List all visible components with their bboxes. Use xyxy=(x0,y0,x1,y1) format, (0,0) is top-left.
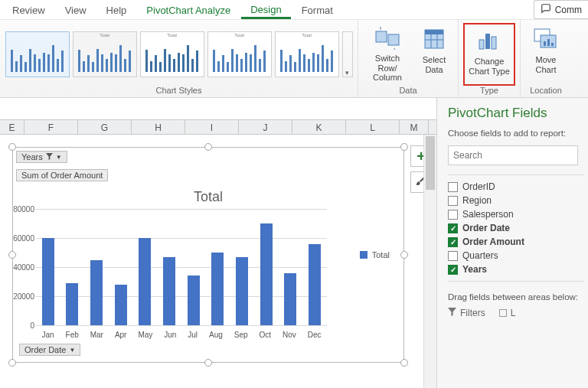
values-field-label[interactable]: Sum of Order Amount xyxy=(16,169,108,181)
bar[interactable] xyxy=(236,257,248,325)
plot-area[interactable]: 020000400006000080000 xyxy=(36,209,327,325)
field-label: Order Date xyxy=(462,223,510,233)
column-headers[interactable]: EFGHIJKLM xyxy=(0,119,436,135)
field-list[interactable]: OrderIDRegionSalesperson✓Order Date✓Orde… xyxy=(448,174,584,282)
area-filters-header[interactable]: Filters xyxy=(448,308,485,318)
field-quarters[interactable]: Quarters xyxy=(448,249,584,262)
drag-instructions: Drag fields between areas below: xyxy=(448,292,588,302)
column-header-G[interactable]: G xyxy=(78,120,132,134)
x-tick-label: Nov xyxy=(283,331,296,339)
checkbox-icon[interactable]: ✓ xyxy=(448,265,458,275)
y-tick-label: 80000 xyxy=(13,205,34,214)
resize-handle[interactable] xyxy=(400,359,408,367)
column-header-E[interactable]: E xyxy=(0,120,24,134)
svg-rect-8 xyxy=(485,34,490,49)
gallery-more-button[interactable]: ▾ xyxy=(342,31,353,77)
taskpane-title: PivotChart Fields xyxy=(448,106,588,121)
x-tick-label: Oct xyxy=(259,331,271,339)
column-header-L[interactable]: L xyxy=(346,120,400,134)
scrollbar-thumb[interactable] xyxy=(426,136,435,190)
chart-style-5[interactable]: Total xyxy=(275,31,339,77)
bar[interactable] xyxy=(66,283,78,325)
chevron-down-icon: ▼ xyxy=(56,154,62,161)
chart-styles-gallery[interactable]: Total Total Total Total ▾ xyxy=(5,23,353,86)
chart-style-3[interactable]: Total xyxy=(140,31,204,77)
chart-title[interactable]: Total xyxy=(13,189,403,205)
field-orderid[interactable]: OrderID xyxy=(448,180,584,194)
checkbox-icon[interactable] xyxy=(448,196,458,206)
bar[interactable] xyxy=(90,260,103,326)
checkbox-icon[interactable] xyxy=(448,251,458,261)
resize-handle[interactable] xyxy=(400,143,408,151)
chart-style-1[interactable] xyxy=(5,31,70,77)
checkbox-icon[interactable] xyxy=(448,182,458,192)
field-order-date[interactable]: ✓Order Date xyxy=(448,221,584,235)
vertical-scrollbar[interactable] xyxy=(423,135,436,388)
chart-style-2[interactable]: Total xyxy=(73,31,137,77)
checkbox-icon[interactable]: ✓ xyxy=(448,223,458,233)
x-tick-label: Sep xyxy=(234,331,248,339)
comments-button[interactable]: Comm xyxy=(534,0,588,19)
svg-rect-14 xyxy=(551,43,554,46)
column-header-J[interactable]: J xyxy=(239,120,292,134)
axis-field-order-date[interactable]: Order Date ▼ xyxy=(19,344,80,356)
bar[interactable] xyxy=(139,238,151,325)
bar[interactable] xyxy=(42,238,54,325)
tab-help[interactable]: Help xyxy=(97,2,136,19)
svg-rect-12 xyxy=(544,41,546,46)
column-header-K[interactable]: K xyxy=(292,120,346,134)
tab-format[interactable]: Format xyxy=(292,2,342,19)
resize-handle[interactable] xyxy=(204,359,212,367)
checkbox-icon[interactable] xyxy=(448,210,458,220)
field-region[interactable]: Region xyxy=(448,194,584,207)
bar[interactable] xyxy=(188,276,200,325)
column-header-M[interactable]: M xyxy=(400,120,429,134)
checkbox-icon[interactable]: ✓ xyxy=(448,237,458,247)
area-legend-header[interactable]: L xyxy=(499,308,516,318)
funnel-icon xyxy=(448,308,456,318)
svg-rect-7 xyxy=(479,40,484,49)
change-chart-type-button[interactable]: Change Chart Type xyxy=(463,23,515,86)
bar[interactable] xyxy=(115,285,127,325)
group-label-type: Type xyxy=(480,86,498,96)
tab-view[interactable]: View xyxy=(56,2,96,19)
field-salesperson[interactable]: Salesperson xyxy=(448,207,584,221)
chart-style-4[interactable]: Total xyxy=(207,31,272,77)
field-order-amount[interactable]: ✓Order Amount xyxy=(448,235,584,249)
resize-handle[interactable] xyxy=(400,251,408,259)
bar[interactable] xyxy=(309,244,321,325)
field-search-input[interactable] xyxy=(448,145,578,165)
column-header-F[interactable]: F xyxy=(24,120,78,134)
select-data-button[interactable]: Select Data xyxy=(415,23,453,86)
tab-pivotchart-analyze[interactable]: PivotChart Analyze xyxy=(137,2,240,19)
move-chart-button[interactable]: Move Chart xyxy=(525,23,567,86)
field-label: Region xyxy=(462,195,492,206)
x-tick-label: Apr xyxy=(115,331,127,339)
resize-handle[interactable] xyxy=(8,359,16,367)
legend-swatch xyxy=(360,251,368,259)
column-header-I[interactable]: I xyxy=(185,120,239,134)
pivotchart-fields-pane: PivotChart Fields Choose fields to add t… xyxy=(436,98,588,388)
switch-row-column-button[interactable]: Switch Row/ Column xyxy=(363,23,412,86)
column-header-H[interactable]: H xyxy=(132,120,185,134)
bar[interactable] xyxy=(260,223,273,325)
bar[interactable] xyxy=(211,253,224,325)
tab-review[interactable]: Review xyxy=(3,2,54,19)
resize-handle[interactable] xyxy=(8,143,16,151)
tab-design[interactable]: Design xyxy=(241,1,290,19)
field-years[interactable]: ✓Years xyxy=(448,262,584,276)
y-tick-label: 40000 xyxy=(13,263,34,272)
group-label-data: Data xyxy=(399,86,416,96)
switch-row-column-icon xyxy=(374,26,400,51)
field-label: Years xyxy=(462,264,487,275)
bar[interactable] xyxy=(163,257,175,325)
resize-handle[interactable] xyxy=(8,251,16,259)
field-label: Quarters xyxy=(462,250,498,261)
comments-label: Comm xyxy=(555,5,582,15)
bar[interactable] xyxy=(284,273,296,325)
resize-handle[interactable] xyxy=(204,143,212,151)
chart-legend[interactable]: Total xyxy=(360,250,390,259)
pivot-chart-object[interactable]: Years ▼ Sum of Order Amount Total 020000… xyxy=(12,147,404,363)
report-filter-years[interactable]: Years ▼ xyxy=(16,151,67,163)
comment-icon xyxy=(541,3,551,16)
